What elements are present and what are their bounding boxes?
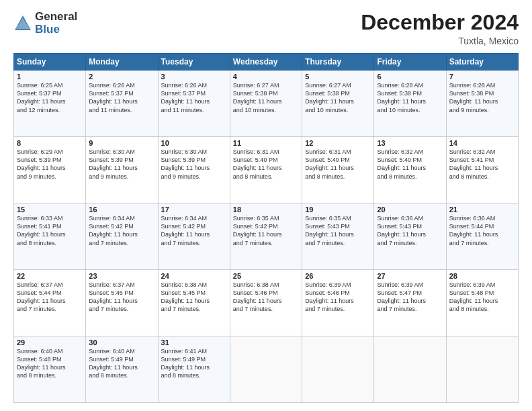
calendar-header-wednesday: Wednesday bbox=[230, 54, 302, 71]
logo-general-text: General bbox=[35, 11, 77, 24]
calendar-header-row: SundayMondayTuesdayWednesdayThursdayFrid… bbox=[14, 54, 519, 71]
calendar-cell: 31Sunrise: 6:41 AM Sunset: 5:49 PM Dayli… bbox=[158, 336, 230, 403]
day-info: Sunrise: 6:30 AM Sunset: 5:39 PM Dayligh… bbox=[161, 148, 227, 181]
calendar-cell: 1Sunrise: 6:25 AM Sunset: 5:37 PM Daylig… bbox=[14, 71, 86, 137]
day-info: Sunrise: 6:34 AM Sunset: 5:42 PM Dayligh… bbox=[89, 214, 154, 247]
calendar-cell bbox=[230, 336, 302, 403]
day-number: 25 bbox=[233, 272, 299, 280]
title-block: December 2024 Tuxtla, Mexico bbox=[361, 11, 519, 46]
calendar-week-5: 29Sunrise: 6:40 AM Sunset: 5:48 PM Dayli… bbox=[14, 336, 519, 403]
day-info: Sunrise: 6:34 AM Sunset: 5:42 PM Dayligh… bbox=[161, 214, 227, 247]
day-info: Sunrise: 6:39 AM Sunset: 5:47 PM Dayligh… bbox=[377, 281, 443, 314]
day-info: Sunrise: 6:26 AM Sunset: 5:37 PM Dayligh… bbox=[89, 81, 154, 114]
logo-icon bbox=[13, 14, 32, 33]
day-info: Sunrise: 6:27 AM Sunset: 5:38 PM Dayligh… bbox=[305, 81, 371, 114]
calendar-week-3: 15Sunrise: 6:33 AM Sunset: 5:41 PM Dayli… bbox=[14, 203, 519, 270]
calendar-cell: 28Sunrise: 6:39 AM Sunset: 5:48 PM Dayli… bbox=[446, 270, 518, 336]
day-number: 10 bbox=[161, 139, 227, 147]
day-number: 29 bbox=[17, 338, 83, 347]
day-number: 22 bbox=[17, 272, 83, 280]
day-number: 4 bbox=[233, 73, 299, 81]
svg-marker-1 bbox=[16, 18, 30, 29]
calendar-cell: 7Sunrise: 6:28 AM Sunset: 5:38 PM Daylig… bbox=[446, 71, 518, 137]
calendar-cell: 17Sunrise: 6:34 AM Sunset: 5:42 PM Dayli… bbox=[158, 203, 230, 270]
day-info: Sunrise: 6:39 AM Sunset: 5:46 PM Dayligh… bbox=[305, 281, 371, 314]
calendar-cell: 21Sunrise: 6:36 AM Sunset: 5:44 PM Dayli… bbox=[446, 203, 518, 270]
calendar-week-4: 22Sunrise: 6:37 AM Sunset: 5:44 PM Dayli… bbox=[14, 270, 519, 336]
day-number: 3 bbox=[161, 73, 227, 81]
logo-blue-text: Blue bbox=[35, 24, 77, 36]
day-info: Sunrise: 6:30 AM Sunset: 5:39 PM Dayligh… bbox=[89, 148, 154, 181]
day-number: 6 bbox=[377, 73, 443, 81]
day-number: 13 bbox=[377, 139, 443, 147]
day-number: 12 bbox=[305, 139, 371, 147]
day-info: Sunrise: 6:28 AM Sunset: 5:38 PM Dayligh… bbox=[449, 81, 515, 114]
calendar-cell: 4Sunrise: 6:27 AM Sunset: 5:38 PM Daylig… bbox=[230, 71, 302, 137]
day-info: Sunrise: 6:37 AM Sunset: 5:45 PM Dayligh… bbox=[89, 281, 154, 314]
day-number: 2 bbox=[89, 73, 154, 81]
calendar-cell: 23Sunrise: 6:37 AM Sunset: 5:45 PM Dayli… bbox=[86, 270, 158, 336]
calendar-cell bbox=[374, 336, 446, 403]
day-info: Sunrise: 6:31 AM Sunset: 5:40 PM Dayligh… bbox=[233, 148, 299, 181]
day-number: 5 bbox=[305, 73, 371, 81]
calendar-cell: 27Sunrise: 6:39 AM Sunset: 5:47 PM Dayli… bbox=[374, 270, 446, 336]
calendar-header-friday: Friday bbox=[374, 54, 446, 71]
calendar-week-1: 1Sunrise: 6:25 AM Sunset: 5:37 PM Daylig… bbox=[14, 71, 519, 137]
day-number: 27 bbox=[377, 272, 443, 280]
day-info: Sunrise: 6:25 AM Sunset: 5:37 PM Dayligh… bbox=[17, 81, 83, 114]
day-info: Sunrise: 6:32 AM Sunset: 5:41 PM Dayligh… bbox=[449, 148, 515, 181]
calendar-cell bbox=[302, 336, 374, 403]
calendar-cell: 14Sunrise: 6:32 AM Sunset: 5:41 PM Dayli… bbox=[446, 137, 518, 203]
calendar-cell: 12Sunrise: 6:31 AM Sunset: 5:40 PM Dayli… bbox=[302, 137, 374, 203]
day-info: Sunrise: 6:29 AM Sunset: 5:39 PM Dayligh… bbox=[17, 148, 83, 181]
day-info: Sunrise: 6:40 AM Sunset: 5:49 PM Dayligh… bbox=[89, 347, 154, 380]
day-number: 14 bbox=[449, 139, 515, 147]
logo: General Blue bbox=[13, 11, 77, 36]
calendar-cell: 6Sunrise: 6:28 AM Sunset: 5:38 PM Daylig… bbox=[374, 71, 446, 137]
main-title: December 2024 bbox=[361, 11, 519, 34]
day-info: Sunrise: 6:36 AM Sunset: 5:43 PM Dayligh… bbox=[377, 214, 443, 247]
calendar-cell: 2Sunrise: 6:26 AM Sunset: 5:37 PM Daylig… bbox=[86, 71, 158, 137]
day-info: Sunrise: 6:27 AM Sunset: 5:38 PM Dayligh… bbox=[233, 81, 299, 114]
day-number: 26 bbox=[305, 272, 371, 280]
calendar-cell bbox=[446, 336, 518, 403]
day-number: 19 bbox=[305, 205, 371, 214]
logo-text: General Blue bbox=[35, 11, 77, 36]
calendar-cell: 24Sunrise: 6:38 AM Sunset: 5:45 PM Dayli… bbox=[158, 270, 230, 336]
day-number: 28 bbox=[449, 272, 515, 280]
day-number: 7 bbox=[449, 73, 515, 81]
day-number: 9 bbox=[89, 139, 154, 147]
calendar-cell: 30Sunrise: 6:40 AM Sunset: 5:49 PM Dayli… bbox=[86, 336, 158, 403]
calendar-cell: 15Sunrise: 6:33 AM Sunset: 5:41 PM Dayli… bbox=[14, 203, 86, 270]
day-number: 8 bbox=[17, 139, 83, 147]
day-info: Sunrise: 6:35 AM Sunset: 5:42 PM Dayligh… bbox=[233, 214, 299, 247]
calendar-cell: 25Sunrise: 6:38 AM Sunset: 5:46 PM Dayli… bbox=[230, 270, 302, 336]
calendar-cell: 9Sunrise: 6:30 AM Sunset: 5:39 PM Daylig… bbox=[86, 137, 158, 203]
calendar-cell: 26Sunrise: 6:39 AM Sunset: 5:46 PM Dayli… bbox=[302, 270, 374, 336]
day-number: 30 bbox=[89, 338, 154, 347]
day-info: Sunrise: 6:28 AM Sunset: 5:38 PM Dayligh… bbox=[377, 81, 443, 114]
day-number: 24 bbox=[161, 272, 227, 280]
calendar-cell: 18Sunrise: 6:35 AM Sunset: 5:42 PM Dayli… bbox=[230, 203, 302, 270]
calendar-header-saturday: Saturday bbox=[446, 54, 518, 71]
calendar-cell: 22Sunrise: 6:37 AM Sunset: 5:44 PM Dayli… bbox=[14, 270, 86, 336]
day-info: Sunrise: 6:32 AM Sunset: 5:40 PM Dayligh… bbox=[377, 148, 443, 181]
calendar-cell: 3Sunrise: 6:26 AM Sunset: 5:37 PM Daylig… bbox=[158, 71, 230, 137]
calendar-cell: 5Sunrise: 6:27 AM Sunset: 5:38 PM Daylig… bbox=[302, 71, 374, 137]
day-info: Sunrise: 6:31 AM Sunset: 5:40 PM Dayligh… bbox=[305, 148, 371, 181]
calendar-week-2: 8Sunrise: 6:29 AM Sunset: 5:39 PM Daylig… bbox=[14, 137, 519, 203]
calendar-cell: 11Sunrise: 6:31 AM Sunset: 5:40 PM Dayli… bbox=[230, 137, 302, 203]
day-info: Sunrise: 6:35 AM Sunset: 5:43 PM Dayligh… bbox=[305, 214, 371, 247]
calendar-header-monday: Monday bbox=[86, 54, 158, 71]
calendar-cell: 13Sunrise: 6:32 AM Sunset: 5:40 PM Dayli… bbox=[374, 137, 446, 203]
day-info: Sunrise: 6:38 AM Sunset: 5:46 PM Dayligh… bbox=[233, 281, 299, 314]
day-info: Sunrise: 6:37 AM Sunset: 5:44 PM Dayligh… bbox=[17, 281, 83, 314]
day-info: Sunrise: 6:33 AM Sunset: 5:41 PM Dayligh… bbox=[17, 214, 83, 247]
day-info: Sunrise: 6:40 AM Sunset: 5:48 PM Dayligh… bbox=[17, 347, 83, 380]
day-number: 17 bbox=[161, 205, 227, 214]
day-number: 23 bbox=[89, 272, 154, 280]
day-number: 18 bbox=[233, 205, 299, 214]
day-number: 1 bbox=[17, 73, 83, 81]
calendar-cell: 20Sunrise: 6:36 AM Sunset: 5:43 PM Dayli… bbox=[374, 203, 446, 270]
calendar-cell: 29Sunrise: 6:40 AM Sunset: 5:48 PM Dayli… bbox=[14, 336, 86, 403]
